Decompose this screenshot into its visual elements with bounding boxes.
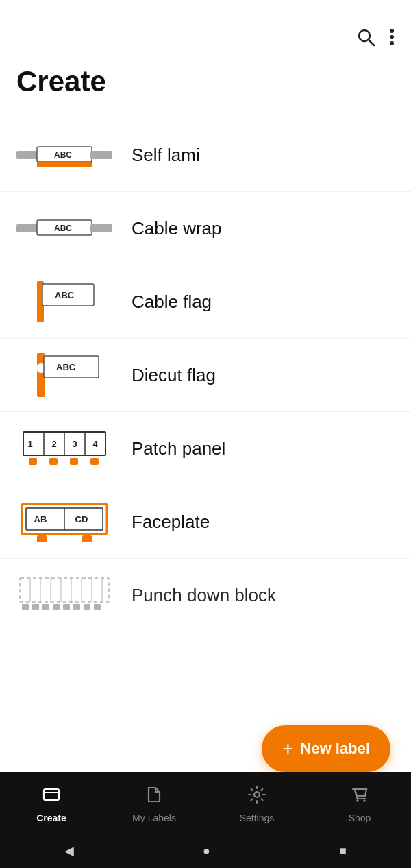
svg-text:CD: CD (75, 514, 88, 525)
shop-nav-label: Shop (349, 812, 371, 823)
my-labels-nav-icon (145, 785, 164, 809)
faceplate-icon: AB CD (16, 498, 112, 546)
more-icon[interactable] (389, 28, 395, 51)
svg-rect-9 (90, 151, 112, 159)
svg-rect-57 (44, 789, 59, 800)
patch-panel-label: Patch panel (132, 438, 225, 459)
punch-down-label: Punch down block (132, 585, 276, 606)
list-item[interactable]: AB CD Faceplate (0, 485, 411, 559)
nav-item-shop[interactable]: Shop (308, 785, 411, 823)
list-item[interactable]: ABC Cable flag (0, 265, 411, 339)
svg-rect-29 (29, 458, 37, 465)
nav-item-settings[interactable]: Settings (206, 785, 308, 823)
list-item[interactable]: ABC Cable wrap (0, 192, 411, 265)
svg-rect-52 (53, 604, 60, 610)
svg-point-61 (363, 799, 366, 802)
settings-nav-label: Settings (240, 812, 275, 823)
shop-nav-icon (350, 785, 369, 809)
svg-rect-38 (37, 535, 47, 542)
svg-rect-50 (32, 604, 39, 610)
diecut-flag-icon: ABC (16, 351, 112, 399)
fab-label: New label (301, 740, 370, 758)
create-nav-label: Create (36, 812, 66, 823)
svg-rect-55 (84, 604, 90, 610)
list-item[interactable]: ABC Diecut flag (0, 339, 411, 412)
page-title: Create (0, 58, 411, 119)
svg-point-0 (359, 30, 370, 41)
svg-text:4: 4 (92, 439, 98, 449)
svg-text:ABC: ABC (56, 362, 76, 372)
svg-line-1 (369, 40, 375, 46)
new-label-fab[interactable]: + New label (262, 725, 390, 772)
my-labels-nav-label: My Labels (132, 812, 176, 823)
search-icon[interactable] (356, 27, 375, 51)
cable-wrap-icon: ABC (16, 204, 112, 252)
svg-point-2 (390, 29, 394, 33)
svg-text:ABC: ABC (54, 150, 72, 160)
bottom-nav: Create My Labels Settings (0, 772, 411, 834)
svg-text:ABC: ABC (55, 290, 75, 300)
punch-down-icon (16, 571, 112, 619)
list-item[interactable]: Punch down block (0, 559, 411, 631)
svg-point-4 (390, 41, 394, 45)
svg-rect-54 (73, 604, 80, 610)
svg-rect-49 (22, 604, 29, 610)
svg-rect-39 (82, 535, 92, 542)
cable-wrap-label: Cable wrap (132, 218, 222, 239)
self-lami-icon: ABC (16, 131, 112, 179)
svg-text:AB: AB (34, 514, 47, 525)
svg-rect-56 (94, 604, 101, 610)
patch-panel-icon: 1 2 3 4 (16, 424, 112, 472)
diecut-flag-label: Diecut flag (132, 365, 216, 386)
recents-button[interactable]: ■ (339, 844, 347, 858)
svg-rect-32 (90, 458, 99, 465)
svg-point-60 (356, 799, 359, 802)
cable-flag-label: Cable flag (132, 291, 212, 313)
create-nav-icon (42, 785, 61, 809)
android-nav-bar: ◀ ● ■ (0, 834, 411, 868)
svg-rect-10 (16, 224, 38, 232)
svg-text:3: 3 (72, 439, 77, 449)
back-button[interactable]: ◀ (64, 843, 74, 858)
home-button[interactable]: ● (203, 844, 210, 858)
svg-rect-30 (49, 458, 58, 465)
svg-text:2: 2 (51, 439, 56, 449)
svg-rect-31 (70, 458, 78, 465)
settings-nav-icon (247, 785, 266, 809)
nav-item-create[interactable]: Create (0, 785, 103, 823)
nav-item-my-labels[interactable]: My Labels (103, 785, 206, 823)
svg-text:1: 1 (27, 439, 32, 449)
fab-plus-icon: + (282, 738, 293, 760)
top-bar (0, 0, 411, 58)
svg-rect-13 (90, 224, 112, 232)
svg-rect-5 (16, 151, 38, 159)
svg-point-3 (390, 35, 394, 39)
svg-text:ABC: ABC (54, 224, 72, 233)
list-item[interactable]: 1 2 3 4 Patch panel (0, 412, 411, 485)
label-type-list: ABC Self lami ABC Cable wrap (0, 119, 411, 631)
faceplate-label: Faceplate (132, 511, 210, 533)
self-lami-label: Self lami (132, 145, 200, 166)
svg-rect-51 (42, 604, 49, 610)
cable-flag-icon: ABC (16, 278, 112, 326)
svg-rect-40 (20, 578, 109, 602)
list-item[interactable]: ABC Self lami (0, 119, 411, 192)
svg-rect-53 (63, 604, 70, 610)
svg-point-59 (254, 792, 260, 797)
